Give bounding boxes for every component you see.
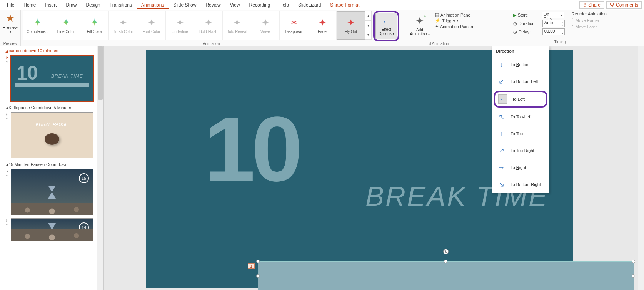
arrow-left-icon: ← <box>382 17 390 27</box>
chevron-down-icon: ▾ <box>428 33 430 36</box>
preview-star-icon: ★ <box>6 12 15 24</box>
clock-icon: ◷ <box>513 21 517 26</box>
share-icon: ⇪ <box>583 2 587 8</box>
animation-order-tag[interactable]: 1 <box>248 263 255 269</box>
section-header[interactable]: 15 Minuten Pausen Countdown <box>0 160 97 167</box>
menu-view[interactable]: View <box>225 1 245 9</box>
menu-animations[interactable]: Animations <box>137 1 169 9</box>
effect-fade[interactable]: ✦Fade <box>308 11 337 40</box>
effect-complementary[interactable]: ✦Compleme... <box>23 11 52 40</box>
slide-number: 6✶ <box>3 112 8 158</box>
resize-handle[interactable] <box>256 274 260 278</box>
effect-fill-color[interactable]: ✦Fill Color <box>80 11 109 40</box>
direction-to-bottom-right[interactable]: ↘To Bottom-Right <box>492 176 549 193</box>
menu-file[interactable]: File <box>2 1 19 9</box>
direction-to-left[interactable]: ←To Left <box>494 91 547 108</box>
spin-down-icon[interactable]: ▾ <box>560 23 564 27</box>
star-icon: ✦ <box>205 17 212 28</box>
arrow-up-left-icon: ↖ <box>497 112 506 121</box>
hourglass-icon <box>48 186 56 199</box>
duration-input[interactable]: Auto▴▾ <box>542 20 565 27</box>
preview-button[interactable]: ★ Preview ▾ <box>3 11 18 34</box>
editor-scrollbar[interactable] <box>638 46 644 290</box>
menu-insert[interactable]: Insert <box>40 1 61 9</box>
effect-bold-reveal: ✦Bold Reveal <box>223 11 251 40</box>
effect-fly-out[interactable]: ✦Fly Out <box>337 11 365 40</box>
selected-shape-bar[interactable] <box>258 261 634 290</box>
direction-to-bottom[interactable]: ↓To Bottom <box>492 56 549 73</box>
chevron-down-icon[interactable]: ▾ <box>559 12 564 18</box>
slide-number: 5✶ <box>3 55 8 101</box>
slide-thumbnail[interactable]: 10 BREAK TIME <box>11 55 93 101</box>
star-icon: ✦ <box>233 17 241 28</box>
menu-review[interactable]: Review <box>201 1 225 9</box>
chevron-down-icon: ▾ <box>10 30 11 34</box>
resize-handle[interactable] <box>632 260 635 263</box>
direction-to-top[interactable]: ↑To Top <box>492 125 549 142</box>
start-select[interactable]: On Click▾ <box>542 12 564 18</box>
scroll-up-icon[interactable]: ▴ <box>365 11 371 21</box>
section-header[interactable]: bar countdown 10 minutes <box>0 46 97 54</box>
animation-pane-button[interactable]: ▤Animation Pane <box>435 12 474 17</box>
menu-draw[interactable]: Draw <box>61 1 81 9</box>
anim-star-icon: ✶ <box>3 60 8 64</box>
arrow-right-icon: → <box>497 163 506 172</box>
star-icon: ✦ <box>176 17 184 28</box>
delay-icon: ◶ <box>513 30 517 35</box>
effect-options-button[interactable]: ← EffectOptions ▾ <box>375 13 397 39</box>
effect-disappear[interactable]: ✶Disappear <box>280 11 308 40</box>
menu-help[interactable]: Help <box>275 1 294 9</box>
spin-up-icon[interactable]: ▴ <box>560 20 564 23</box>
menu-shape-format[interactable]: Shape Format <box>325 1 364 9</box>
resize-handle[interactable] <box>632 274 635 278</box>
direction-to-top-right[interactable]: ↗To Top-Right <box>492 142 549 159</box>
add-animation-button[interactable]: ✦+ AddAnimation ▾ <box>406 11 434 40</box>
star-icon: ✶ <box>290 17 298 28</box>
slide-thumbnail[interactable]: 15 <box>11 169 93 215</box>
arrow-up-icon: ↑ <box>497 129 506 138</box>
scroll-down-icon[interactable]: ▾ <box>365 21 371 30</box>
star-plus-icon: ✦+ <box>415 15 424 27</box>
menu-slidelizard[interactable]: SlideLizard <box>294 1 325 9</box>
coffee-cup-icon <box>45 133 59 145</box>
menu-recording[interactable]: Recording <box>245 1 275 9</box>
share-button[interactable]: ⇪Share <box>579 1 604 9</box>
timing-group: ▶ Start: On Click▾ ◷ Duration: Auto▴▾ ◶ … <box>476 10 644 46</box>
menu-home[interactable]: Home <box>19 1 40 9</box>
slide-thumbnail[interactable]: 14 <box>11 218 93 241</box>
arrow-down-icon: ˅ <box>572 24 574 29</box>
spin-up-icon[interactable]: ▴ <box>560 29 564 32</box>
anim-star-icon: ✶ <box>3 223 8 227</box>
star-icon: ✦ <box>262 17 269 28</box>
resize-handle[interactable] <box>444 260 447 263</box>
slide-thumbnail[interactable]: KURZE PAUSE <box>11 112 93 158</box>
chevron-down-icon: ▾ <box>457 19 458 22</box>
rotate-handle[interactable]: ↻ <box>443 249 449 254</box>
direction-to-right[interactable]: →To Right <box>492 159 549 176</box>
slide-number: 8✶ <box>3 218 8 241</box>
ribbon: ★ Preview ▾ Preview ✦Compleme... ✦Line C… <box>0 10 644 46</box>
menu-slideshow[interactable]: Slide Show <box>169 1 201 9</box>
effect-line-color[interactable]: ✦Line Color <box>52 11 80 40</box>
animation-painter-button[interactable]: ✦Animation Painter <box>435 24 474 29</box>
delay-input[interactable]: 00.00▴▾ <box>542 28 565 35</box>
direction-to-top-left[interactable]: ↖To Top-Left <box>492 108 549 125</box>
arrow-left-icon: ← <box>498 94 507 104</box>
direction-to-bottom-left[interactable]: ↙To Bottom-Left <box>492 73 549 90</box>
gallery-scroll[interactable]: ▴ ▾ ▾ <box>365 11 371 40</box>
slide-panel: bar countdown 10 minutes 5✶ 10 BREAK TIM… <box>0 46 104 290</box>
comments-button[interactable]: 🗨Comments <box>606 1 642 9</box>
menu-design[interactable]: Design <box>81 1 105 9</box>
effect-font-color: ✦Font Color <box>137 11 166 40</box>
trigger-button[interactable]: ⚡Trigger▾ <box>435 18 474 23</box>
gallery-more-icon[interactable]: ▾ <box>365 30 371 40</box>
effect-bold-flash: ✦Bold Flash <box>194 11 223 40</box>
spin-down-icon[interactable]: ▾ <box>560 32 564 35</box>
section-header[interactable]: Kaffepause Countdown 5 Minuten <box>0 103 97 111</box>
arrow-up-right-icon: ↗ <box>497 146 506 155</box>
preview-group: ★ Preview ▾ Preview <box>0 10 21 46</box>
pane-icon: ▤ <box>435 12 439 17</box>
menu-transitions[interactable]: Transitions <box>105 1 137 9</box>
resize-handle[interactable] <box>256 260 260 263</box>
thumbnails-scrollbar[interactable] <box>97 46 103 290</box>
